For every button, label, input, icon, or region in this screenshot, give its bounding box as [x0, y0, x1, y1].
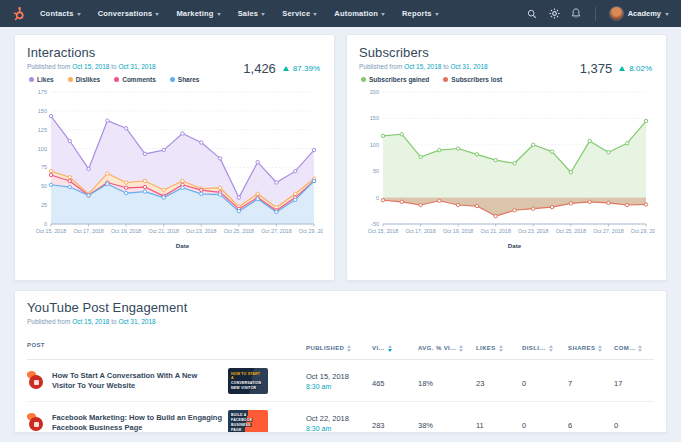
- nav-item-sales[interactable]: Sales: [238, 9, 266, 18]
- thumbnail-text: CONVERSATION: [230, 381, 262, 385]
- svg-text:75: 75: [41, 164, 47, 170]
- hubspot-logo-icon[interactable]: [10, 5, 28, 23]
- column-header-label[interactable]: AVG. % VI...: [418, 345, 463, 352]
- sort-arrows-icon[interactable]: [638, 345, 642, 352]
- sort-arrows-icon[interactable]: [499, 345, 503, 352]
- channel-avatar-icon: [27, 413, 46, 432]
- sort-arrows-icon[interactable]: [388, 345, 392, 352]
- sort-up-icon: [459, 345, 463, 348]
- chevron-down-icon: [665, 13, 669, 16]
- search-icon[interactable]: [527, 8, 538, 19]
- video-thumbnail[interactable]: HOW TO START ACONVERSATIONNEW VISITOR: [228, 368, 268, 394]
- published-prefix: Published from: [359, 63, 402, 70]
- svg-text:125: 125: [38, 127, 47, 133]
- sort-down-icon: [347, 349, 351, 352]
- sort-up-icon: [388, 345, 392, 348]
- thumbnail-text: BUSINESS: [230, 423, 252, 427]
- date-start-link[interactable]: Oct 15, 2018: [404, 63, 441, 70]
- post-title-link[interactable]: Facebook Marketing: How to Build an Enga…: [52, 413, 222, 433]
- svg-text:Oct 15, 2018: Oct 15, 2018: [368, 228, 398, 234]
- interactions-chart: 0255075100125150175Oct 15, 2018Oct 17, 2…: [27, 85, 322, 255]
- nav-item-contacts[interactable]: Contacts: [40, 9, 81, 18]
- published-date: Oct 15, 2018: [306, 372, 372, 381]
- column-header-label[interactable]: SHARES: [568, 345, 602, 352]
- nav-item-conversations[interactable]: Conversations: [98, 9, 160, 18]
- nav-item-service[interactable]: Service: [282, 9, 317, 18]
- sort-up-icon: [499, 345, 503, 348]
- nav-item-label: Contacts: [40, 9, 74, 18]
- trend-up-icon: [283, 66, 289, 71]
- column-header-label[interactable]: LIKES: [476, 345, 503, 352]
- nav-item-automation[interactable]: Automation: [334, 9, 385, 18]
- column-header-label[interactable]: VI...: [372, 345, 392, 352]
- date-end-link[interactable]: Oct 31, 2018: [450, 63, 487, 70]
- shares-cell: 7: [568, 372, 614, 390]
- svg-text:Date: Date: [176, 242, 190, 249]
- svg-text:Oct 21, 2018: Oct 21, 2018: [481, 228, 511, 234]
- legend-item-shares[interactable]: Shares: [170, 76, 200, 83]
- legend-label: Comments: [122, 76, 156, 83]
- legend-item-subscribers-lost[interactable]: Subscribers lost: [443, 76, 502, 83]
- svg-text:0: 0: [44, 221, 47, 227]
- notifications-bell-icon[interactable]: [571, 8, 582, 19]
- date-end-link[interactable]: Oct 31, 2018: [118, 63, 155, 70]
- legend-label: Dislikes: [76, 76, 101, 83]
- published-date: Oct 22, 2018: [306, 414, 372, 423]
- table-header-row: POSTPUBLISHEDVI...AVG. % VI...LIKESDISLI…: [27, 329, 654, 360]
- video-thumbnail[interactable]: BUILD AFACEBOOKBUSINESSPAGE: [228, 410, 268, 434]
- published-prefix: Published from: [27, 318, 70, 325]
- nav-item-reports[interactable]: Reports: [402, 9, 439, 18]
- cell-value: 18%: [418, 379, 433, 388]
- svg-text:Oct 15, 2018: Oct 15, 2018: [36, 228, 66, 234]
- nav-item-marketing[interactable]: Marketing: [176, 9, 220, 18]
- published-prefix: Published from: [27, 63, 70, 70]
- subscribers-total: 1,375: [580, 61, 613, 76]
- sort-arrows-icon[interactable]: [459, 345, 463, 352]
- cell-value: 17: [614, 379, 622, 388]
- to-word: to: [111, 63, 116, 70]
- account-menu[interactable]: Academy: [609, 6, 669, 21]
- cell-value: 6: [568, 421, 572, 430]
- published-time-link[interactable]: 8:30 am: [306, 383, 372, 390]
- user-avatar: [609, 6, 624, 21]
- sort-arrows-icon[interactable]: [347, 345, 351, 352]
- published-time-link[interactable]: 8:30 am: [306, 425, 372, 432]
- svg-text:Oct 29, 2018: Oct 29, 2018: [299, 228, 323, 234]
- cell-value: 11: [476, 421, 484, 430]
- shares-cell: 6: [568, 414, 614, 432]
- nav-menu: ContactsConversationsMarketingSalesServi…: [40, 9, 527, 18]
- table-row[interactable]: Facebook Marketing: How to Build an Enga…: [27, 402, 654, 433]
- table-body: How To Start A Conversation With A New V…: [27, 360, 654, 433]
- to-word: to: [111, 318, 116, 325]
- date-start-link[interactable]: Oct 15, 2018: [72, 318, 109, 325]
- legend-item-dislikes[interactable]: Dislikes: [68, 76, 101, 83]
- sort-up-icon: [638, 345, 642, 348]
- column-header-label[interactable]: COM...: [614, 345, 642, 352]
- legend-item-subscribers-gained[interactable]: Subscribers gained: [361, 76, 429, 83]
- sort-arrows-icon[interactable]: [598, 345, 602, 352]
- cell-value: 0: [522, 379, 526, 388]
- legend-item-likes[interactable]: Likes: [29, 76, 54, 83]
- legend-item-comments[interactable]: Comments: [114, 76, 156, 83]
- chevron-down-icon: [313, 13, 317, 16]
- column-header-published: PUBLISHED: [306, 336, 372, 354]
- date-end-link[interactable]: Oct 31, 2018: [118, 318, 155, 325]
- column-header-label[interactable]: PUBLISHED: [306, 345, 351, 352]
- date-start-link[interactable]: Oct 15, 2018: [72, 63, 109, 70]
- legend-label: Subscribers gained: [369, 76, 429, 83]
- table-row[interactable]: How To Start A Conversation With A New V…: [27, 360, 654, 402]
- youtube-channel-icon: [29, 375, 43, 389]
- top-nav: ContactsConversationsMarketingSalesServi…: [0, 0, 681, 27]
- column-header-label: POST: [27, 342, 45, 348]
- post-title-link[interactable]: How To Start A Conversation With A New V…: [52, 371, 222, 391]
- comments-cell: 0: [614, 414, 654, 432]
- to-word: to: [443, 63, 448, 70]
- interactions-total: 1,426: [243, 61, 276, 76]
- legend-dot-icon: [29, 77, 34, 82]
- sort-arrows-icon[interactable]: [549, 345, 553, 352]
- chart-0-svg: 0255075100125150175Oct 15, 2018Oct 17, 2…: [27, 85, 323, 251]
- gear-icon[interactable]: [549, 8, 560, 19]
- channel-avatar-icon: [27, 371, 46, 390]
- column-header-disli: DISLI...: [522, 336, 568, 354]
- column-header-label[interactable]: DISLI...: [522, 345, 553, 352]
